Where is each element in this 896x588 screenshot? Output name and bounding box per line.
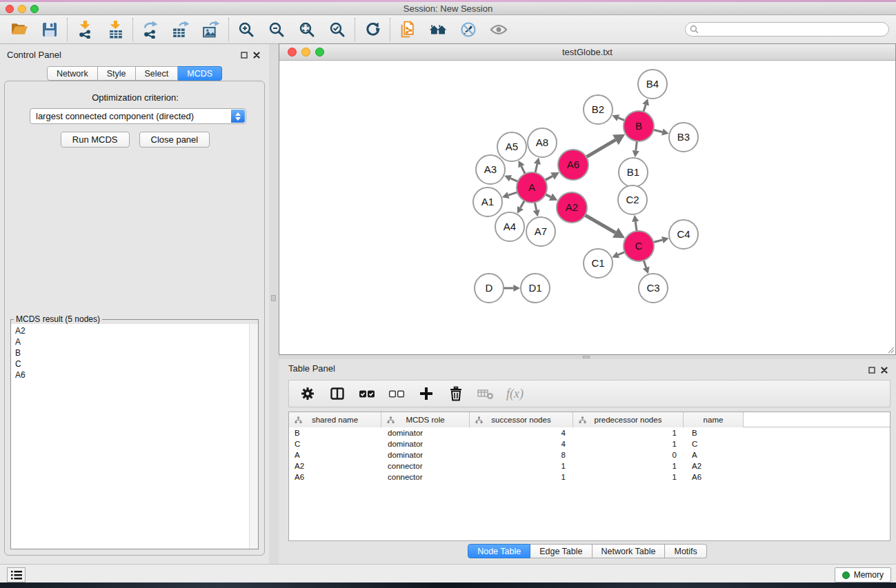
table-row[interactable]: A2connector11A2 xyxy=(289,460,890,472)
column-visibility-icon[interactable] xyxy=(328,385,346,403)
node-A8[interactable]: A8 xyxy=(528,128,557,157)
node-B2[interactable]: B2 xyxy=(584,95,613,124)
float-table-panel-icon[interactable] xyxy=(868,365,875,376)
tab-select[interactable]: Select xyxy=(136,66,179,81)
result-item[interactable]: C xyxy=(15,358,258,369)
hide-graphics-details-icon[interactable] xyxy=(459,20,478,39)
tab-edge-table[interactable]: Edge Table xyxy=(530,544,592,558)
column-header-name[interactable]: name xyxy=(684,412,744,427)
zoom-selected-icon[interactable] xyxy=(328,20,347,39)
edge-A-A3[interactable] xyxy=(504,175,518,181)
eye-icon[interactable] xyxy=(489,20,508,39)
zoom-in-icon[interactable] xyxy=(237,20,256,39)
add-column-icon[interactable] xyxy=(417,385,435,403)
column-header-MCDS-role[interactable]: MCDS role xyxy=(381,412,470,427)
delete-column-icon[interactable] xyxy=(447,385,465,403)
node-A2[interactable]: A2 xyxy=(557,192,587,223)
window-titlebar[interactable]: Session: New Session xyxy=(0,2,896,15)
node-A1[interactable]: A1 xyxy=(473,187,502,216)
import-table-icon[interactable] xyxy=(106,20,125,39)
column-header-shared-name[interactable]: shared name xyxy=(289,412,381,427)
node-A7[interactable]: A7 xyxy=(526,217,555,246)
close-panel-button[interactable]: Close panel xyxy=(139,132,210,148)
column-header-predecessor-nodes[interactable]: predecessor nodes xyxy=(573,412,684,427)
refresh-icon[interactable] xyxy=(363,20,382,39)
select-all-checkboxes-icon[interactable] xyxy=(358,385,376,403)
edge-A-A1[interactable] xyxy=(502,192,517,199)
table-settings-gear-icon[interactable] xyxy=(299,385,317,403)
export-image-icon[interactable] xyxy=(201,20,221,39)
edge-A-A8[interactable] xyxy=(534,157,541,172)
tab-node-table[interactable]: Node Table xyxy=(468,544,530,558)
horizontal-divider-handle[interactable] xyxy=(583,356,590,358)
edge-B-B2[interactable] xyxy=(612,114,624,121)
task-history-button[interactable] xyxy=(7,567,26,582)
node-A5[interactable]: A5 xyxy=(497,132,526,161)
result-item[interactable]: A6 xyxy=(15,369,258,381)
edge-A6-B[interactable] xyxy=(586,134,625,157)
mcds-result-list[interactable]: A2ABCA6 xyxy=(11,324,258,549)
edge-A-A6[interactable] xyxy=(545,172,559,180)
node-C3[interactable]: C3 xyxy=(639,274,668,303)
result-item[interactable]: B xyxy=(15,347,258,358)
close-table-panel-icon[interactable] xyxy=(881,365,888,376)
table-row[interactable]: Bdominator41B xyxy=(289,427,890,438)
criterion-dropdown[interactable]: largest connected component (directed) xyxy=(30,108,246,124)
float-panel-icon[interactable] xyxy=(241,50,248,61)
node-B[interactable]: B xyxy=(624,111,654,141)
open-file-icon[interactable] xyxy=(10,20,29,39)
edge-C-C1[interactable] xyxy=(612,252,624,258)
run-mcds-button[interactable]: Run MCDS xyxy=(61,132,130,148)
edge-D-D1[interactable] xyxy=(504,285,520,292)
network-window-titlebar[interactable]: testGlobe.txt xyxy=(279,44,895,61)
divider-handle[interactable] xyxy=(271,295,276,301)
node-A4[interactable]: A4 xyxy=(495,212,524,241)
new-network-from-file-icon[interactable] xyxy=(398,20,417,39)
edge-C-C3[interactable] xyxy=(643,261,650,274)
search-input[interactable] xyxy=(685,22,889,37)
table-row[interactable]: Adominator80A xyxy=(289,449,890,460)
tab-style[interactable]: Style xyxy=(98,66,136,81)
tab-network[interactable]: Network xyxy=(47,66,98,81)
table-row[interactable]: Cdominator41C xyxy=(289,438,890,449)
edge-A-A7[interactable] xyxy=(533,203,540,217)
column-header-successor-nodes[interactable]: successor nodes xyxy=(470,412,573,427)
close-panel-icon[interactable] xyxy=(253,50,260,61)
edge-B-B1[interactable] xyxy=(633,141,639,157)
result-scrollbar[interactable] xyxy=(249,324,258,549)
node-table[interactable]: shared nameMCDS rolesuccessor nodesprede… xyxy=(288,412,890,541)
node-C2[interactable]: C2 xyxy=(618,185,647,214)
edge-A2-C[interactable] xyxy=(585,215,625,239)
tab-network-table[interactable]: Network Table xyxy=(593,544,666,558)
node-B3[interactable]: B3 xyxy=(669,123,698,152)
network-canvas[interactable]: AA1A2A3A4A5A6A7A8BB1B2B3B4CC1C2C3C4DD1 xyxy=(279,61,895,354)
result-item[interactable]: A xyxy=(15,336,258,347)
node-D1[interactable]: D1 xyxy=(521,274,550,303)
deselect-all-checkboxes-icon[interactable] xyxy=(388,385,406,403)
resize-grip-icon[interactable] xyxy=(886,345,895,354)
node-B4[interactable]: B4 xyxy=(638,70,667,99)
edge-B-B4[interactable] xyxy=(642,99,649,112)
node-C1[interactable]: C1 xyxy=(584,249,613,278)
node-A6[interactable]: A6 xyxy=(558,150,588,180)
tab-motifs[interactable]: Motifs xyxy=(665,544,706,558)
node-A3[interactable]: A3 xyxy=(476,155,505,184)
node-A[interactable]: A xyxy=(517,172,547,203)
function-builder-icon[interactable]: f(x) xyxy=(506,387,524,401)
edge-A-A2[interactable] xyxy=(546,193,558,201)
export-network-icon[interactable] xyxy=(141,20,160,39)
zoom-fit-icon[interactable] xyxy=(297,20,317,39)
houses-icon[interactable] xyxy=(428,20,448,39)
zoom-out-icon[interactable] xyxy=(267,20,286,39)
memory-button[interactable]: Memory xyxy=(835,567,891,582)
edge-B-B3[interactable] xyxy=(653,128,668,135)
import-network-icon[interactable] xyxy=(75,20,94,39)
export-table-icon[interactable] xyxy=(171,20,190,39)
table-row[interactable]: A6connector11A6 xyxy=(289,472,890,483)
edge-C-C4[interactable] xyxy=(653,236,668,243)
vertical-split-divider[interactable] xyxy=(269,44,279,564)
delete-table-icon[interactable] xyxy=(477,385,495,403)
edge-A-A4[interactable] xyxy=(517,201,524,214)
result-item[interactable]: A2 xyxy=(15,325,258,336)
node-C4[interactable]: C4 xyxy=(669,220,698,249)
